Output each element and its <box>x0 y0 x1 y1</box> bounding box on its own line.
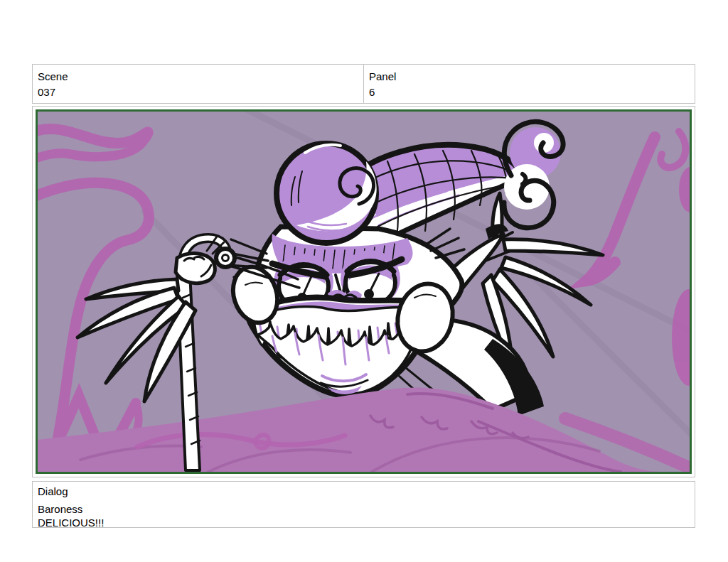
header-row: Scene 037 Panel 6 <box>32 64 695 104</box>
dialog-line: DELICIOUS!!! <box>38 516 690 529</box>
scene-cell[interactable]: Scene 037 <box>33 65 364 103</box>
scene-label: Scene <box>38 69 358 85</box>
panel-label: Panel <box>369 69 690 85</box>
panel-value: 6 <box>369 85 690 100</box>
dialog-label: Dialog <box>38 485 690 498</box>
cranium <box>277 144 377 243</box>
panel-artwork-frame[interactable] <box>32 106 695 477</box>
artwork-green-border <box>36 109 692 474</box>
dialog-character: Baroness <box>38 502 690 516</box>
storyboard-illustration <box>38 112 690 472</box>
dialog-box[interactable]: Dialog Baroness DELICIOUS!!! <box>32 481 695 528</box>
panel-cell[interactable]: Panel 6 <box>364 65 695 103</box>
scene-value: 037 <box>38 85 358 100</box>
